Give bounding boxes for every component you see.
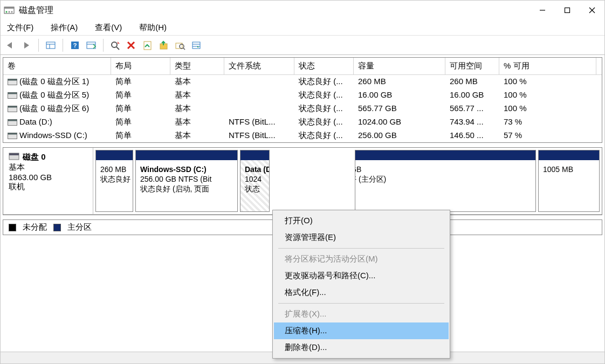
disk-row: 磁盘 0 基本 1863.00 GB 联机 260 MB状态良好Windows-…: [3, 148, 602, 215]
svg-point-4: [11, 11, 13, 13]
cell-free: 146.50 ...: [445, 129, 499, 142]
cm-delete[interactable]: 删除卷(D)...: [274, 339, 449, 356]
properties-button[interactable]: [141, 39, 154, 52]
volume-icon: [8, 118, 17, 127]
cell-layout: 简单: [111, 129, 170, 142]
partition[interactable]: Data (D:)1024状态: [240, 150, 270, 212]
partition-stripe: [539, 150, 599, 160]
svg-rect-9: [46, 42, 55, 49]
cell-fs: [224, 88, 294, 102]
cm-separator: [278, 248, 444, 249]
col-pct[interactable]: % 可用: [499, 58, 596, 74]
partition[interactable]: 5.77 GB态良好 (主分区): [355, 150, 536, 212]
disk-graphical-area: 磁盘 0 基本 1863.00 GB 联机 260 MB状态良好Windows-…: [3, 147, 602, 215]
volume-list[interactable]: 卷 布局 类型 文件系统 状态 容量 可用空间 % 可用 (磁盘 0 磁盘分区 …: [3, 57, 602, 143]
disk-size: 1863.00 GB: [9, 173, 87, 182]
cell-pct: 100 %: [499, 102, 596, 115]
svg-rect-29: [8, 79, 17, 80]
toolbar: ?: [1, 35, 604, 54]
cell-type: 基本: [170, 129, 224, 142]
maximize-button[interactable]: [555, 2, 580, 19]
col-fs[interactable]: 文件系统: [224, 58, 294, 74]
svg-line-24: [183, 48, 185, 50]
cell-capacity: 16.00 GB: [354, 88, 445, 102]
col-type[interactable]: 类型: [170, 58, 224, 74]
disk-icon: [9, 153, 19, 162]
cell-pct: 57 %: [499, 129, 596, 142]
cell-name: Windows-SSD (C:): [3, 129, 111, 142]
col-status[interactable]: 状态: [294, 58, 354, 74]
window: 磁盘管理 文件(F) 操作(A) 查看(V) 帮助(H) ? 卷: [0, 0, 605, 364]
cm-shrink[interactable]: 压缩卷(H)...: [274, 322, 449, 339]
partition-body: 1005 MB: [539, 160, 599, 211]
search-button[interactable]: [174, 39, 187, 52]
cm-open[interactable]: 打开(O): [274, 212, 449, 229]
titlebar: 磁盘管理: [1, 1, 604, 20]
volume-row[interactable]: Windows-SSD (C:)简单基本NTFS (BitL...状态良好 (.…: [3, 129, 602, 142]
disk-info[interactable]: 磁盘 0 基本 1863.00 GB 联机: [3, 148, 93, 214]
help-button[interactable]: ?: [68, 39, 81, 52]
volume-row[interactable]: (磁盘 0 磁盘分区 6)简单基本状态良好 (...565.77 GB565.7…: [3, 102, 602, 115]
partition-body: 260 MB状态良好: [96, 160, 133, 211]
partition[interactable]: 1005 MB: [538, 150, 600, 212]
volume-icon: [8, 91, 17, 100]
volume-icon: [8, 105, 17, 114]
svg-rect-25: [192, 42, 200, 49]
cell-capacity: 565.77 GB: [354, 102, 445, 115]
minimize-button[interactable]: [530, 2, 555, 19]
menu-action[interactable]: 操作(A): [49, 22, 80, 34]
cell-name: Data (D:): [3, 115, 111, 129]
cell-fs: NTFS (BitL...: [224, 129, 294, 142]
cm-format[interactable]: 格式化(F)...: [274, 284, 449, 301]
partition[interactable]: Windows-SSD (C:)256.00 GB NTFS (Bit状态良好 …: [135, 150, 238, 212]
col-free[interactable]: 可用空间: [445, 58, 499, 74]
volume-row[interactable]: (磁盘 0 磁盘分区 1)简单基本状态良好 (...260 MB260 MB10…: [3, 75, 602, 88]
menu-view[interactable]: 查看(V): [93, 22, 124, 34]
svg-point-3: [9, 11, 10, 13]
svg-line-17: [116, 47, 119, 50]
nav-forward-button[interactable]: [20, 39, 33, 52]
cell-name: (磁盘 0 磁盘分区 1): [3, 75, 111, 88]
context-menu[interactable]: 打开(O) 资源管理器(E) 将分区标记为活动分区(M) 更改驱动器号和路径(C…: [272, 210, 450, 359]
nav-back-button[interactable]: [4, 39, 17, 52]
volume-row[interactable]: Data (D:)简单基本NTFS (BitL...状态良好 (...1024.…: [3, 115, 602, 129]
close-button[interactable]: [580, 2, 604, 19]
col-capacity[interactable]: 容量: [354, 58, 445, 74]
cm-explorer[interactable]: 资源管理器(E): [274, 229, 449, 246]
settings-button[interactable]: [85, 39, 98, 52]
volume-row[interactable]: (磁盘 0 磁盘分区 5)简单基本状态良好 (...16.00 GB16.00 …: [3, 88, 602, 102]
refresh-button[interactable]: [109, 39, 122, 52]
cm-change-letter[interactable]: 更改驱动器号和路径(C)...: [274, 267, 449, 284]
cm-extend: 扩展卷(X)...: [274, 306, 449, 322]
partition-stripe: [355, 150, 535, 160]
partition-stripe: [136, 150, 237, 160]
legend-unallocated: 未分配: [23, 222, 47, 232]
cell-free: 16.00 GB: [445, 88, 499, 102]
partition-body: Data (D:)1024状态: [240, 160, 269, 211]
delete-button[interactable]: [125, 39, 138, 52]
col-volume[interactable]: 卷: [3, 58, 111, 74]
cell-pct: 73 %: [499, 115, 596, 129]
cell-type: 基本: [170, 88, 224, 102]
svg-rect-39: [9, 153, 19, 155]
partition-stripe: [96, 150, 133, 160]
menu-file[interactable]: 文件(F): [5, 22, 36, 34]
cell-pct: 100 %: [499, 75, 596, 88]
menu-help[interactable]: 帮助(H): [137, 22, 169, 34]
svg-rect-37: [8, 133, 17, 134]
disk-partitions: 260 MB状态良好Windows-SSD (C:)256.00 GB NTFS…: [93, 148, 602, 214]
col-layout[interactable]: 布局: [111, 58, 170, 74]
show-hide-tree-button[interactable]: [44, 39, 57, 52]
cell-capacity: 256.00 GB: [354, 129, 445, 142]
svg-rect-6: [565, 8, 570, 13]
list-view-button[interactable]: [190, 39, 203, 52]
cell-capacity: 1024.00 GB: [354, 115, 445, 129]
window-title: 磁盘管理: [19, 5, 53, 16]
svg-rect-35: [8, 119, 17, 121]
cell-free: 565.77 ...: [445, 102, 499, 115]
import-button[interactable]: [157, 39, 170, 52]
cell-layout: 简单: [111, 88, 170, 102]
cm-mark-active: 将分区标记为活动分区(M): [274, 251, 449, 267]
partition[interactable]: 260 MB状态良好: [95, 150, 133, 212]
cell-type: 基本: [170, 102, 224, 115]
